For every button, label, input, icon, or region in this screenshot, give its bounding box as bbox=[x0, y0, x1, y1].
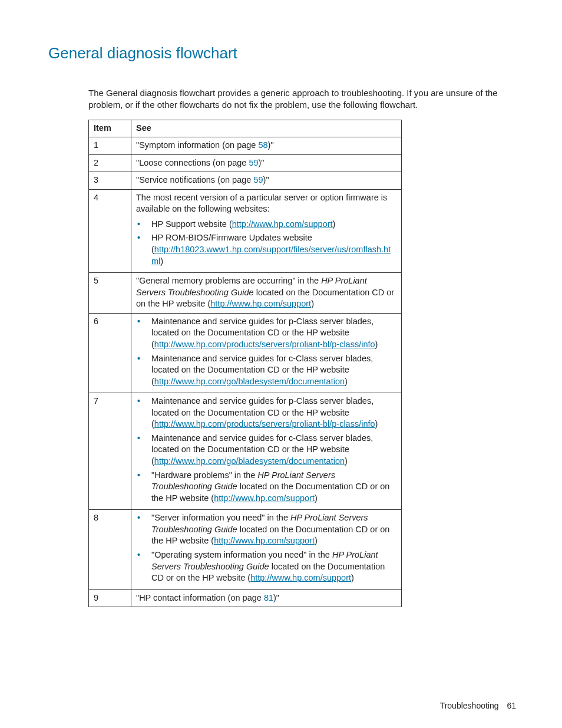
item-cell: 7 bbox=[89, 393, 131, 510]
item-cell: 4 bbox=[89, 189, 131, 272]
see-cell: "Service notifications (on page 59)" bbox=[131, 172, 402, 190]
list-item: Maintenance and service guides for c-Cla… bbox=[136, 433, 396, 467]
url-link[interactable]: http://www.hp.com/support bbox=[232, 219, 333, 229]
item-cell: 5 bbox=[89, 273, 131, 314]
see-cell: Maintenance and service guides for p-Cla… bbox=[131, 313, 402, 393]
see-cell: "Symptom information (on page 58)" bbox=[131, 137, 402, 155]
col-see: See bbox=[131, 120, 402, 137]
page-ref-link[interactable]: 58 bbox=[258, 140, 267, 150]
table-row: 6 Maintenance and service guides for p-C… bbox=[89, 313, 402, 393]
table-header-row: Item See bbox=[89, 120, 402, 137]
item-cell: 8 bbox=[89, 510, 131, 589]
list-item: HP ROM-BIOS/Firmware Updates website (ht… bbox=[136, 232, 396, 267]
table-row: 3 "Service notifications (on page 59)" bbox=[89, 172, 402, 190]
table-row: 2 "Loose connections (on page 59)" bbox=[89, 154, 402, 172]
table-row: 8 "Server information you need" in the H… bbox=[89, 510, 402, 589]
page-ref-link[interactable]: 81 bbox=[264, 593, 273, 602]
item-cell: 9 bbox=[89, 589, 131, 607]
table-row: 9 "HP contact information (on page 81)" bbox=[89, 589, 402, 607]
table-row: 4 The most recent version of a particula… bbox=[89, 189, 402, 272]
reference-table: Item See 1 "Symptom information (on page… bbox=[88, 120, 402, 608]
col-item: Item bbox=[89, 120, 131, 137]
url-link[interactable]: http://www.hp.com/go/bladesystem/documen… bbox=[154, 456, 345, 466]
page-title: General diagnosis flowchart bbox=[48, 44, 516, 62]
see-cell: "Server information you need" in the HP … bbox=[131, 510, 402, 589]
list-item: "Server information you need" in the HP … bbox=[136, 512, 396, 547]
intro-paragraph: The General diagnosis flowchart provides… bbox=[48, 87, 516, 111]
list-item: Maintenance and service guides for c-Cla… bbox=[136, 353, 396, 388]
list-item: HP Support website (http://www.hp.com/su… bbox=[136, 219, 396, 230]
see-cell: The most recent version of a particular … bbox=[131, 189, 402, 272]
item-cell: 3 bbox=[89, 172, 131, 190]
url-link[interactable]: http://www.hp.com/support bbox=[214, 536, 315, 545]
table-row: 1 "Symptom information (on page 58)" bbox=[89, 137, 402, 155]
item-cell: 2 bbox=[89, 154, 131, 172]
table-row: 7 Maintenance and service guides for p-C… bbox=[89, 393, 402, 510]
see-cell: "Loose connections (on page 59)" bbox=[131, 154, 402, 172]
page-footer: Troubleshooting 61 bbox=[440, 701, 516, 710]
table-row: 5 "General memory problems are occurring… bbox=[89, 273, 402, 314]
url-link[interactable]: http://www.hp.com/go/bladesystem/documen… bbox=[154, 377, 345, 386]
list-item: Maintenance and service guides for p-Cla… bbox=[136, 316, 396, 351]
url-link[interactable]: http://www.hp.com/products/servers/proli… bbox=[154, 419, 375, 429]
url-link[interactable]: http://www.hp.com/support bbox=[210, 299, 311, 308]
url-link[interactable]: http://www.hp.com/support bbox=[214, 493, 315, 503]
list-item: "Hardware problems" in the HP ProLiant S… bbox=[136, 470, 396, 505]
url-link[interactable]: http://www.hp.com/support bbox=[250, 573, 351, 582]
see-cell: "General memory problems are occurring" … bbox=[131, 273, 402, 314]
page-ref-link[interactable]: 59 bbox=[253, 175, 263, 185]
see-cell: "HP contact information (on page 81)" bbox=[131, 589, 402, 607]
footer-section: Troubleshooting bbox=[440, 701, 499, 710]
footer-page-number: 61 bbox=[507, 701, 516, 710]
list-item: "Operating system information you need" … bbox=[136, 549, 396, 584]
see-cell: Maintenance and service guides for p-Cla… bbox=[131, 393, 402, 510]
url-link[interactable]: http://h18023.www1.hp.com/support/files/… bbox=[151, 245, 391, 266]
item-cell: 6 bbox=[89, 313, 131, 393]
list-item: Maintenance and service guides for p-Cla… bbox=[136, 396, 396, 430]
page-ref-link[interactable]: 59 bbox=[249, 158, 258, 167]
url-link[interactable]: http://www.hp.com/products/servers/proli… bbox=[154, 340, 375, 349]
item-cell: 1 bbox=[89, 137, 131, 155]
